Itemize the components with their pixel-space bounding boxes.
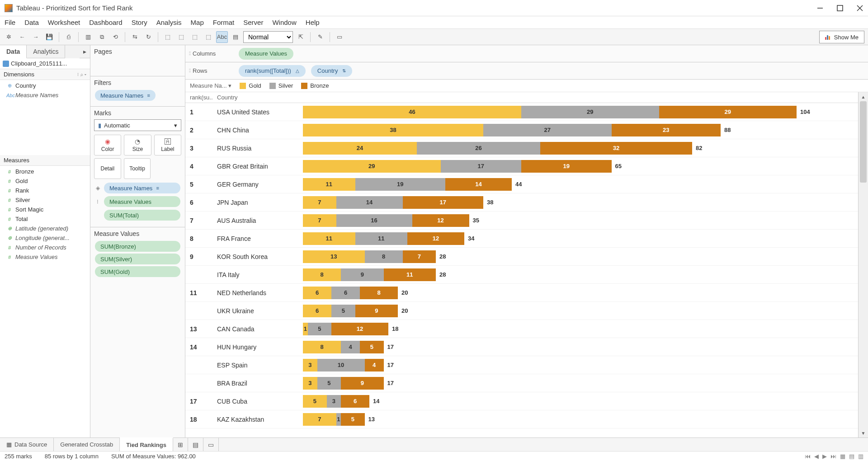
chart-row[interactable]: 8 FRA France 11111234 — [185, 230, 858, 248]
group-icon[interactable]: ⬚ — [189, 31, 201, 43]
measure-values-pill[interactable]: SUM(Silver) — [95, 254, 180, 264]
view-tabs-icon[interactable]: ▦ — [840, 453, 845, 460]
fit-dropdown[interactable]: Normal — [243, 31, 293, 43]
bar-segment-silver[interactable]: 29 — [521, 106, 659, 118]
new-worksheet-icon[interactable]: ▥ — [82, 31, 94, 43]
tab-tied-rankings[interactable]: Tied Rankings — [120, 437, 173, 451]
measure-item[interactable]: #Measure Values — [0, 252, 90, 262]
bar-segment-bronze[interactable]: 14 — [445, 178, 512, 191]
bar-segment-gold[interactable]: 6 — [303, 287, 331, 299]
marks-tooltip-button[interactable]: Tooltip — [124, 158, 151, 179]
bar-segment-gold[interactable]: 7 — [303, 214, 336, 227]
marks-detail-button[interactable]: Detail — [94, 158, 121, 179]
menu-format[interactable]: Format — [213, 19, 235, 26]
measure-item[interactable]: #Total — [0, 214, 90, 224]
measure-item[interactable]: #Number of Records — [0, 243, 90, 252]
save-icon[interactable]: 💾 — [43, 31, 55, 43]
measure-item[interactable]: ⊕Longitude (generat... — [0, 233, 90, 243]
view-list-icon[interactable]: ▥ — [858, 453, 863, 460]
menu-dashboard[interactable]: Dashboard — [89, 19, 122, 26]
present-icon[interactable]: ▤ — [230, 31, 241, 43]
chart-row[interactable]: 11 NED Netherlands 66820 — [185, 284, 858, 302]
marks-color-button[interactable]: ◉Color — [94, 135, 121, 155]
bar-segment-gold[interactable]: 7 — [303, 196, 336, 209]
bar-segment-silver[interactable]: 5 — [308, 323, 332, 335]
chart-row[interactable]: 7 AUS Australia 7161235 — [185, 212, 858, 230]
measure-item[interactable]: ⊕Latitude (generated) — [0, 224, 90, 233]
bar-segment-silver[interactable]: 19 — [355, 178, 446, 191]
chart-row[interactable]: 6 JPN Japan 7141738 — [185, 193, 858, 212]
tab-data-source[interactable]: ▦Data Source — [0, 438, 54, 451]
marks-type-dropdown[interactable]: ▮Automatic▾ — [94, 119, 181, 131]
bar-segment-silver[interactable]: 11 — [355, 232, 408, 245]
bar-segment-gold[interactable]: 1 — [303, 323, 308, 335]
bar-segment-gold[interactable]: 11 — [303, 178, 355, 191]
filter-pill-measure-names[interactable]: Measure Names≡ — [95, 90, 156, 101]
bar-segment-bronze[interactable]: 12 — [407, 232, 464, 245]
chart-row[interactable]: 17 CUB Cuba 53614 — [185, 392, 858, 410]
forward-icon[interactable]: → — [30, 31, 42, 43]
measure-values-pill[interactable]: SUM(Bronze) — [95, 241, 180, 252]
bar-segment-silver[interactable]: 27 — [483, 124, 612, 136]
tab-data[interactable]: Data — [0, 45, 27, 58]
marks-size-button[interactable]: ◔Size — [124, 135, 151, 155]
clear-icon[interactable]: ⟲ — [109, 31, 121, 43]
measure-item[interactable]: #Silver — [0, 195, 90, 205]
bar-segment-bronze[interactable]: 7 — [403, 250, 436, 263]
dimension-item[interactable]: ⊕Country — [0, 81, 90, 90]
close-icon[interactable] — [856, 5, 863, 12]
tab-generated-crosstab[interactable]: Generated Crosstab — [54, 438, 120, 451]
menu-analysis[interactable]: Analysis — [156, 19, 182, 26]
measure-item[interactable]: #Rank — [0, 186, 90, 195]
chart-row[interactable]: 9 KOR South Korea 138728 — [185, 248, 858, 266]
menu-worksheet[interactable]: Worksheet — [48, 19, 80, 26]
bar-segment-gold[interactable]: 8 — [303, 268, 341, 281]
highlight-icon[interactable]: ✎ — [314, 31, 326, 43]
nav-first-icon[interactable]: ⏮ — [805, 453, 811, 460]
chart-row[interactable]: 14 HUN Hungary 84517 — [185, 338, 858, 356]
chart-body[interactable]: 1 USA United States 4629291042 CHN China… — [185, 103, 858, 437]
menu-file[interactable]: File — [5, 19, 15, 26]
bar-segment-silver[interactable]: 14 — [336, 196, 403, 209]
bar-segment-bronze[interactable]: 29 — [659, 106, 797, 118]
back-icon[interactable]: ← — [16, 31, 28, 43]
collapse-pane-icon[interactable]: ▸ — [80, 45, 90, 58]
bar-segment-silver[interactable]: 10 — [317, 359, 365, 372]
bar-segment-gold[interactable]: 7 — [303, 413, 336, 426]
columns-shelf[interactable]: ⦙⦙Columns Measure Values — [185, 45, 868, 62]
bar-segment-gold[interactable]: 6 — [303, 305, 331, 317]
new-datasource-icon[interactable]: ⎙ — [63, 31, 75, 43]
measure-item[interactable]: #Gold — [0, 176, 90, 186]
new-dashboard-tab-icon[interactable]: ▤ — [188, 438, 203, 451]
marks-label-button[interactable]: 🄰Label — [154, 135, 181, 155]
bar-segment-bronze[interactable]: 4 — [365, 359, 384, 372]
nav-next-icon[interactable]: ▶ — [822, 453, 827, 460]
bar-segment-bronze[interactable]: 6 — [341, 395, 369, 408]
chart-row[interactable]: 2 CHN China 38272388 — [185, 121, 858, 139]
tab-analytics[interactable]: Analytics — [27, 45, 65, 58]
bar-segment-gold[interactable]: 11 — [303, 232, 355, 245]
refresh-icon[interactable]: ↻ — [142, 31, 154, 43]
menu-data[interactable]: Data — [24, 19, 39, 26]
bar-segment-gold[interactable]: 24 — [303, 142, 417, 155]
maximize-icon[interactable] — [836, 5, 844, 12]
sort-asc-icon[interactable]: ⬚ — [162, 31, 174, 43]
datasource-row[interactable]: Clipboard_2015111... — [0, 58, 90, 69]
bar-segment-bronze[interactable]: 8 — [360, 287, 398, 299]
bar-segment-gold[interactable]: 29 — [303, 160, 441, 173]
bar-segment-silver[interactable]: 6 — [331, 287, 360, 299]
chart-row[interactable]: 18 KAZ Kazakhstan 71513 — [185, 410, 858, 428]
tableau-logo-icon[interactable]: ✲ — [3, 31, 14, 43]
bar-segment-bronze[interactable]: 11 — [384, 268, 436, 281]
measure-item[interactable]: #Sort Magic — [0, 205, 90, 214]
pin-icon[interactable]: ⇱ — [295, 31, 307, 43]
bar-segment-bronze[interactable]: 5 — [360, 341, 384, 353]
nav-last-icon[interactable]: ⏭ — [830, 453, 836, 460]
vertical-scrollbar[interactable]: ▲ ▼ — [858, 92, 868, 437]
columns-pill-measure-values[interactable]: Measure Values — [239, 48, 293, 60]
bar-segment-silver[interactable]: 26 — [417, 142, 540, 155]
new-worksheet-tab-icon[interactable]: ⊞ — [173, 438, 188, 451]
bar-segment-silver[interactable]: 17 — [441, 160, 522, 173]
bar-segment-silver[interactable]: 5 — [317, 377, 341, 390]
menu-story[interactable]: Story — [132, 19, 147, 26]
